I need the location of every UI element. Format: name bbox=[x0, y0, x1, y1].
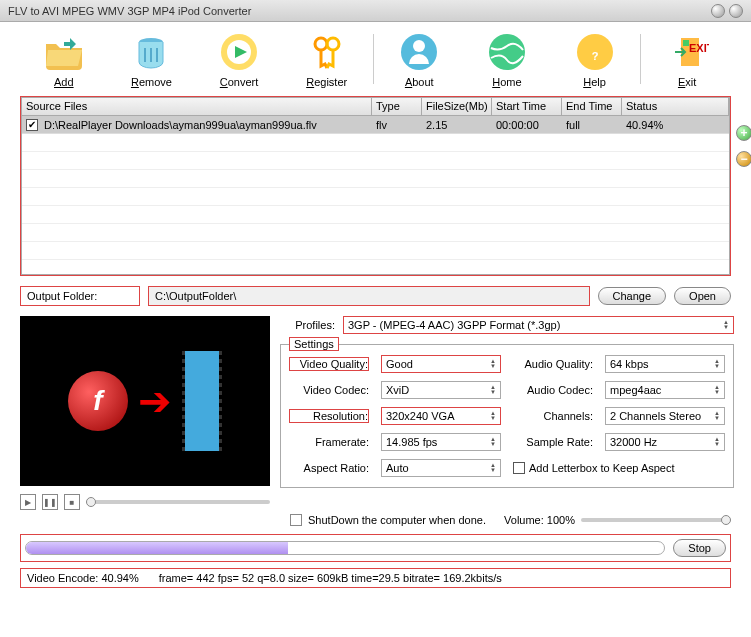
profiles-select[interactable]: 3GP - (MPEG-4 AAC) 3GPP Format (*.3gp) ▲… bbox=[343, 316, 734, 334]
play-icon bbox=[217, 30, 261, 74]
row-start: 00:00:00 bbox=[492, 117, 562, 133]
channels-label: Channels: bbox=[513, 410, 593, 422]
row-remove-button[interactable]: − bbox=[736, 151, 751, 167]
audio-codec-select[interactable]: mpeg4aac▲▼ bbox=[605, 381, 725, 399]
globe-icon bbox=[485, 30, 529, 74]
letterbox-label: Add Letterbox to Keep Aspect bbox=[529, 462, 675, 474]
preview-stop-button[interactable]: ■ bbox=[64, 494, 80, 510]
svg-point-3 bbox=[315, 38, 327, 50]
video-codec-label: Video Codec: bbox=[289, 384, 369, 396]
user-icon bbox=[397, 30, 441, 74]
resolution-select[interactable]: 320x240 VGA▲▼ bbox=[381, 407, 501, 425]
file-table: + − Source Files Type FileSize(Mb) Start… bbox=[20, 96, 731, 276]
settings-group: Settings Video Quality: Good▲▼ Audio Qua… bbox=[280, 344, 734, 488]
framerate-label: Framerate: bbox=[289, 436, 369, 448]
exit-icon: EXIT bbox=[665, 30, 709, 74]
convert-button[interactable]: Convert bbox=[195, 30, 283, 88]
samplerate-select[interactable]: 32000 Hz▲▼ bbox=[605, 433, 725, 451]
register-button[interactable]: Register bbox=[283, 30, 371, 88]
add-button[interactable]: Add bbox=[20, 30, 108, 88]
audio-quality-label: Audio Quality: bbox=[513, 358, 593, 370]
toolbar: Add Remove Convert Register About Home ?… bbox=[0, 22, 751, 96]
row-status: 40.94% bbox=[622, 117, 729, 133]
folder-open-icon bbox=[42, 30, 86, 74]
preview-pause-button[interactable]: ❚❚ bbox=[42, 494, 58, 510]
chevron-updown-icon: ▲▼ bbox=[723, 320, 729, 330]
minimize-button[interactable] bbox=[711, 4, 725, 18]
home-button[interactable]: Home bbox=[463, 30, 551, 88]
svg-point-7 bbox=[489, 34, 525, 70]
channels-select[interactable]: 2 Channels Stereo▲▼ bbox=[605, 407, 725, 425]
col-type[interactable]: Type bbox=[372, 98, 422, 115]
svg-point-6 bbox=[413, 40, 425, 52]
change-button[interactable]: Change bbox=[598, 287, 667, 305]
aspect-select[interactable]: Auto▲▼ bbox=[381, 459, 501, 477]
settings-legend: Settings bbox=[289, 337, 339, 351]
preview-slider[interactable] bbox=[86, 500, 270, 504]
video-codec-select[interactable]: XviD▲▼ bbox=[381, 381, 501, 399]
exit-button[interactable]: EXIT Exit bbox=[643, 30, 731, 88]
progress-bar bbox=[25, 541, 665, 555]
volume-label: Volume: bbox=[504, 514, 544, 526]
col-status[interactable]: Status bbox=[622, 98, 729, 115]
window-title: FLV to AVI MPEG WMV 3GP MP4 iPod Convert… bbox=[8, 5, 251, 17]
col-source[interactable]: Source Files bbox=[22, 98, 372, 115]
titlebar: FLV to AVI MPEG WMV 3GP MP4 iPod Convert… bbox=[0, 0, 751, 22]
col-end[interactable]: End Time bbox=[562, 98, 622, 115]
audio-codec-label: Audio Codec: bbox=[513, 384, 593, 396]
film-icon bbox=[182, 351, 222, 451]
shutdown-checkbox[interactable] bbox=[290, 514, 302, 526]
svg-text:EXIT: EXIT bbox=[689, 42, 709, 54]
remove-button[interactable]: Remove bbox=[108, 30, 196, 88]
audio-quality-select[interactable]: 64 kbps▲▼ bbox=[605, 355, 725, 373]
flash-icon: f bbox=[68, 371, 128, 431]
row-file: D:\RealPlayer Downloads\ayman999ua\ayman… bbox=[40, 117, 372, 133]
preview-panel: f ➔ bbox=[20, 316, 270, 486]
volume-slider[interactable] bbox=[581, 518, 731, 522]
resolution-label: Resolution: bbox=[289, 409, 369, 423]
preview-play-button[interactable]: ▶ bbox=[20, 494, 36, 510]
aspect-label: Aspect Ratio: bbox=[289, 462, 369, 474]
encode-stats: frame= 442 fps= 52 q=8.0 size= 609kB tim… bbox=[159, 572, 502, 584]
stop-button[interactable]: Stop bbox=[673, 539, 726, 557]
about-button[interactable]: About bbox=[375, 30, 463, 88]
trash-icon bbox=[129, 30, 173, 74]
row-type: flv bbox=[372, 117, 422, 133]
open-button[interactable]: Open bbox=[674, 287, 731, 305]
col-start[interactable]: Start Time bbox=[492, 98, 562, 115]
output-folder-path[interactable]: C:\OutputFolder\ bbox=[148, 286, 590, 306]
video-quality-select[interactable]: Good▲▼ bbox=[381, 355, 501, 373]
row-checkbox[interactable]: ✔ bbox=[26, 119, 38, 131]
table-row[interactable]: ✔ D:\RealPlayer Downloads\ayman999ua\aym… bbox=[22, 116, 729, 134]
svg-text:?: ? bbox=[591, 50, 598, 62]
help-icon: ? bbox=[573, 30, 617, 74]
row-end: full bbox=[562, 117, 622, 133]
letterbox-checkbox[interactable] bbox=[513, 462, 525, 474]
shutdown-label: ShutDown the computer when done. bbox=[308, 514, 486, 526]
framerate-select[interactable]: 14.985 fps▲▼ bbox=[381, 433, 501, 451]
col-size[interactable]: FileSize(Mb) bbox=[422, 98, 492, 115]
close-button[interactable] bbox=[729, 4, 743, 18]
profiles-label: Profiles: bbox=[280, 319, 335, 331]
help-button[interactable]: ? Help bbox=[551, 30, 639, 88]
samplerate-label: Sample Rate: bbox=[513, 436, 593, 448]
svg-point-4 bbox=[327, 38, 339, 50]
row-size: 2.15 bbox=[422, 117, 492, 133]
keys-icon bbox=[305, 30, 349, 74]
volume-value: 100% bbox=[547, 514, 575, 526]
output-folder-label: Output Folder: bbox=[20, 286, 140, 306]
encode-status: Video Encode: 40.94% bbox=[27, 572, 139, 584]
arrow-icon: ➔ bbox=[138, 378, 172, 424]
video-quality-label: Video Quality: bbox=[289, 357, 369, 371]
row-add-button[interactable]: + bbox=[736, 125, 751, 141]
